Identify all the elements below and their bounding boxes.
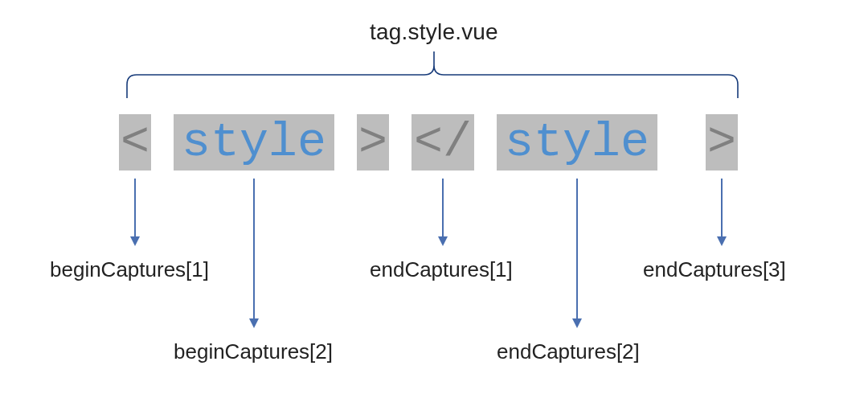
token-style-open: style (174, 114, 334, 170)
diagram-overlay (0, 0, 868, 419)
label-end-captures-2: endCaptures[2] (497, 339, 640, 364)
token-close-endtag: > (706, 114, 738, 170)
token-style-close: style (497, 114, 657, 170)
token-open-angle: < (119, 114, 151, 170)
token-close-angle: > (357, 114, 389, 170)
label-end-captures-3: endCaptures[3] (643, 257, 786, 282)
token-open-endtag: </ (411, 114, 474, 170)
bracket-top (127, 51, 738, 98)
diagram-title: tag.style.vue (0, 19, 868, 45)
label-end-captures-1: endCaptures[1] (370, 257, 513, 282)
label-begin-captures-1: beginCaptures[1] (50, 257, 209, 282)
label-begin-captures-2: beginCaptures[2] (174, 339, 333, 364)
